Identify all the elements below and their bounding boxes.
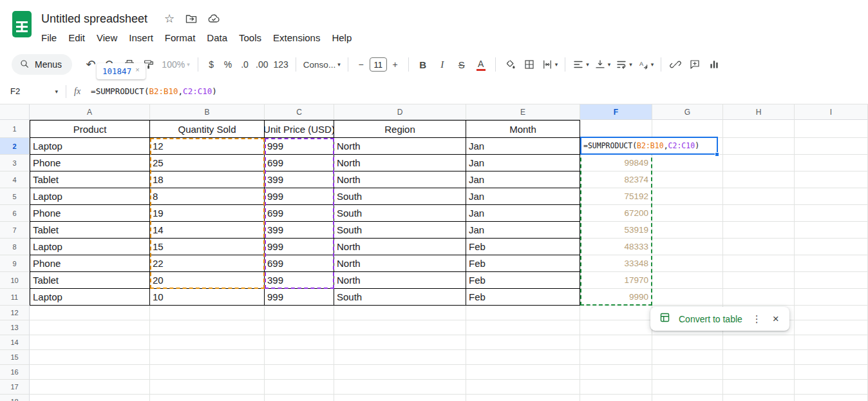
cell-E16[interactable] [466, 365, 580, 380]
row-header-17[interactable]: 17 [0, 380, 30, 395]
cell-I6[interactable] [795, 205, 868, 222]
cell-G8[interactable] [652, 239, 723, 255]
cell-B18[interactable] [150, 395, 265, 401]
font-size-input[interactable]: 11 [370, 57, 387, 72]
cell-B15[interactable] [150, 350, 265, 365]
cell-I12[interactable] [795, 306, 868, 320]
row-header-2[interactable]: 2 [0, 138, 30, 155]
cell-G5[interactable] [652, 188, 723, 205]
menu-format[interactable]: Format [159, 30, 202, 45]
cell-I15[interactable] [795, 350, 868, 365]
column-header-H[interactable]: H [723, 104, 795, 120]
cell-A17[interactable] [30, 380, 150, 395]
cell-H11[interactable] [723, 289, 795, 306]
cell-B1[interactable]: Quantity Sold [150, 120, 265, 138]
sheets-logo-icon[interactable] [12, 10, 32, 41]
cell-F3[interactable]: 99849 [580, 155, 652, 171]
cell-B16[interactable] [150, 365, 265, 380]
cell-C15[interactable] [265, 350, 334, 365]
cell-H7[interactable] [723, 222, 795, 239]
cell-D11[interactable]: South [334, 289, 466, 306]
cell-H10[interactable] [723, 272, 795, 289]
cell-E9[interactable]: Feb [466, 255, 580, 272]
close-icon[interactable]: × [135, 66, 139, 73]
more-options-icon[interactable]: ⋮ [751, 313, 763, 325]
cell-A15[interactable] [30, 350, 150, 365]
cell-G1[interactable] [652, 120, 723, 138]
cell-I9[interactable] [795, 255, 868, 272]
text-color-button[interactable]: A [471, 55, 491, 73]
cell-I4[interactable] [795, 171, 868, 188]
cell-C16[interactable] [265, 365, 334, 380]
column-header-I[interactable]: I [795, 104, 868, 120]
cell-F11[interactable]: 9990 [580, 289, 652, 306]
row-header-1[interactable]: 1 [0, 120, 30, 138]
menu-edit[interactable]: Edit [62, 30, 91, 45]
cell-I8[interactable] [795, 239, 868, 255]
menu-file[interactable]: File [35, 30, 62, 45]
cell-D18[interactable] [334, 395, 466, 401]
cell-C5[interactable]: 999 [265, 188, 334, 205]
cell-G18[interactable] [652, 395, 723, 401]
cell-A1[interactable]: Product [30, 120, 150, 138]
cell-F17[interactable] [580, 380, 652, 395]
cell-A12[interactable] [30, 306, 150, 320]
cell-F6[interactable]: 67200 [580, 205, 652, 222]
cell-C17[interactable] [265, 380, 334, 395]
cell-D5[interactable]: South [334, 188, 466, 205]
cell-I18[interactable] [795, 395, 868, 401]
cell-C9[interactable]: 699 [265, 255, 334, 272]
cell-H5[interactable] [723, 188, 795, 205]
cell-G9[interactable] [652, 255, 723, 272]
decrease-decimal-button[interactable]: .0 [236, 55, 253, 73]
cell-E7[interactable]: Jan [466, 222, 580, 239]
cell-B5[interactable]: 8 [150, 188, 265, 205]
row-header-7[interactable]: 7 [0, 222, 30, 239]
decrease-font-size-button[interactable]: − [353, 55, 370, 73]
cell-I1[interactable] [795, 120, 868, 138]
cell-H14[interactable] [723, 335, 795, 350]
percent-format-button[interactable]: % [220, 55, 236, 73]
cell-B12[interactable] [150, 306, 265, 320]
cell-D14[interactable] [334, 335, 466, 350]
cell-D1[interactable]: Region [334, 120, 466, 138]
menu-data[interactable]: Data [201, 30, 233, 45]
cell-E11[interactable]: Feb [466, 289, 580, 306]
column-header-E[interactable]: E [466, 104, 580, 120]
cell-A7[interactable]: Tablet [30, 222, 150, 239]
cell-F12[interactable] [580, 306, 652, 320]
row-header-8[interactable]: 8 [0, 239, 30, 255]
cell-C6[interactable]: 699 [265, 205, 334, 222]
cell-A10[interactable]: Tablet [30, 272, 150, 289]
cell-C13[interactable] [265, 320, 334, 335]
row-header-16[interactable]: 16 [0, 365, 30, 380]
document-title[interactable]: Untitled spreadsheet [41, 12, 147, 26]
cell-A16[interactable] [30, 365, 150, 380]
cell-A11[interactable]: Laptop [30, 289, 150, 306]
cell-C2[interactable]: 999 [265, 138, 334, 155]
cell-I16[interactable] [795, 365, 868, 380]
column-header-G[interactable]: G [652, 104, 723, 120]
cell-B17[interactable] [150, 380, 265, 395]
cell-F13[interactable] [580, 320, 652, 335]
merge-cells-button[interactable]: ▾ [539, 55, 561, 73]
row-header-14[interactable]: 14 [0, 335, 30, 350]
cell-D12[interactable] [334, 306, 466, 320]
menu-extensions[interactable]: Extensions [267, 30, 326, 45]
menu-help[interactable]: Help [326, 30, 357, 45]
menus-search-button[interactable]: Menus [12, 54, 72, 75]
cell-F9[interactable]: 33348 [580, 255, 652, 272]
horizontal-align-button[interactable]: ▾ [570, 55, 592, 73]
row-header-12[interactable]: 12 [0, 306, 30, 320]
cell-D16[interactable] [334, 365, 466, 380]
cell-E8[interactable]: Feb [466, 239, 580, 255]
currency-format-button[interactable]: $ [203, 55, 220, 73]
cell-I7[interactable] [795, 222, 868, 239]
text-rotation-button[interactable]: A ▾ [635, 55, 657, 73]
cell-A3[interactable]: Phone [30, 155, 150, 171]
cell-F5[interactable]: 75192 [580, 188, 652, 205]
cell-G3[interactable] [652, 155, 723, 171]
menu-tools[interactable]: Tools [233, 30, 267, 45]
row-header-13[interactable]: 13 [0, 320, 30, 335]
cell-C8[interactable]: 999 [265, 239, 334, 255]
